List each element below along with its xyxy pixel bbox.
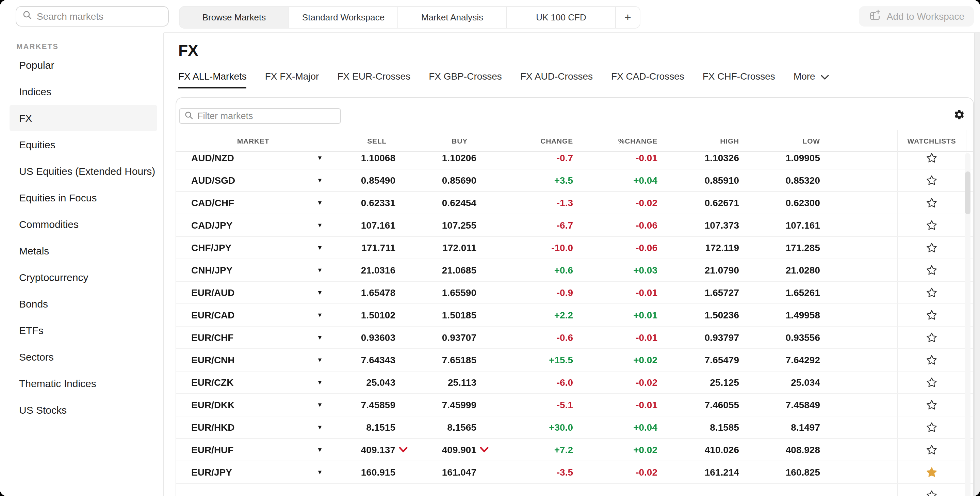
market-dropdown-icon[interactable]: ▼ xyxy=(310,267,330,273)
sell-price[interactable]: 0.85490 xyxy=(330,175,395,186)
workspace-tab-browse-markets[interactable]: Browse Markets xyxy=(180,7,288,28)
market-dropdown-icon[interactable]: ▼ xyxy=(310,155,330,161)
sidebar-item-us-equities-extended-hours[interactable]: US Equities (Extended Hours) xyxy=(0,158,163,184)
watchlist-toggle[interactable] xyxy=(897,192,966,214)
table-row[interactable]: EUR/JPY ▼ 160.915 161.047 -3.5 -0.02 161… xyxy=(176,461,973,484)
sidebar-item-commodities[interactable]: Commodities xyxy=(0,211,163,237)
table-row[interactable]: CAD/JPY ▼ 107.161 107.255 -6.7 -0.06 107… xyxy=(176,214,973,237)
buy-price[interactable]: 172.011 xyxy=(395,242,476,253)
sidebar-item-indices[interactable]: Indices xyxy=(0,78,163,105)
buy-price[interactable]: 107.255 xyxy=(395,220,476,231)
sell-price[interactable]: 7.64343 xyxy=(330,355,395,366)
buy-price[interactable]: 409.901 xyxy=(395,444,476,455)
watchlist-toggle[interactable] xyxy=(897,304,966,326)
buy-price[interactable]: 7.65185 xyxy=(395,355,476,366)
filter-markets-input[interactable] xyxy=(197,111,336,121)
table-scrollbar-thumb[interactable] xyxy=(965,172,970,214)
sell-price[interactable]: 0.93603 xyxy=(330,332,395,343)
table-row[interactable]: EUR/CAD ▼ 1.50102 1.50185 +2.2 +0.01 1.5… xyxy=(176,304,973,327)
sell-price[interactable]: 21.0316 xyxy=(330,265,395,275)
buy-price[interactable]: 161.047 xyxy=(395,467,476,478)
table-row[interactable]: EUR/AUD ▼ 1.65478 1.65590 -0.9 -0.01 1.6… xyxy=(176,282,973,304)
market-name[interactable]: CAD/CHF xyxy=(176,197,310,208)
table-row[interactable]: CNH/JPY ▼ 21.0316 21.0685 +0.6 +0.03 21.… xyxy=(176,259,973,282)
market-name[interactable]: EUR/AUD xyxy=(176,287,310,298)
workspace-tab-standard-workspace[interactable]: Standard Workspace xyxy=(288,7,398,28)
sidebar-item-metals[interactable]: Metals xyxy=(0,237,163,264)
sidebar-item-equities[interactable]: Equities xyxy=(0,131,163,158)
buy-price[interactable]: 1.10206 xyxy=(395,153,476,163)
table-row[interactable]: EUR/CNH ▼ 7.64343 7.65185 +15.5 +0.02 7.… xyxy=(176,349,973,372)
new-tab-button[interactable]: + xyxy=(615,7,640,28)
sell-price[interactable]: 0.62331 xyxy=(330,197,395,208)
table-row[interactable]: AUD/SGD ▼ 0.85490 0.85690 +3.5 +0.04 0.8… xyxy=(176,169,973,192)
buy-price[interactable]: 0.93707 xyxy=(395,332,476,343)
watchlist-toggle[interactable] xyxy=(897,259,966,281)
sell-price[interactable]: 107.161 xyxy=(330,220,395,231)
market-dropdown-icon[interactable]: ▼ xyxy=(310,222,330,228)
market-dropdown-icon[interactable]: ▼ xyxy=(310,469,330,475)
tab-fx-fx-major[interactable]: FX FX-Major xyxy=(265,71,319,89)
watchlist-toggle[interactable] xyxy=(897,394,966,416)
market-name[interactable]: CHF/JPY xyxy=(176,242,310,253)
table-row[interactable]: EUR/CZK ▼ 25.043 25.113 -6.0 -0.02 25.12… xyxy=(176,372,973,394)
sidebar-item-us-stocks[interactable]: US Stocks xyxy=(0,397,163,423)
sell-price[interactable]: 1.65478 xyxy=(330,287,395,298)
table-row[interactable]: EUR/CHF ▼ 0.93603 0.93707 -0.6 -0.01 0.9… xyxy=(176,327,973,349)
watchlist-toggle[interactable] xyxy=(897,484,966,496)
tab-fx-all-markets[interactable]: FX ALL-Markets xyxy=(178,71,247,89)
watchlist-toggle[interactable] xyxy=(897,439,966,461)
watchlist-toggle[interactable] xyxy=(897,417,966,438)
table-row[interactable]: AUD/NZD ▼ 1.10068 1.10206 -0.7 -0.01 1.1… xyxy=(176,147,973,169)
sidebar-item-equities-in-focus[interactable]: Equities in Focus xyxy=(0,184,163,211)
table-settings-button[interactable] xyxy=(952,109,966,122)
market-dropdown-icon[interactable]: ▼ xyxy=(310,177,330,183)
buy-price[interactable]: 1.65590 xyxy=(395,287,476,298)
sell-price[interactable]: 171.711 xyxy=(330,242,395,253)
watchlist-toggle[interactable] xyxy=(897,237,966,259)
market-dropdown-icon[interactable]: ▼ xyxy=(310,447,330,453)
buy-price[interactable]: 1.50185 xyxy=(395,310,476,321)
market-name[interactable]: EUR/HUF xyxy=(176,444,310,455)
workspace-tab-uk-100-cfd[interactable]: UK 100 CFD xyxy=(506,7,615,28)
workspace-tab-market-analysis[interactable]: Market Analysis xyxy=(398,7,506,28)
search-input[interactable] xyxy=(37,11,162,22)
table-row[interactable]: CAD/CHF ▼ 0.62331 0.62454 -1.3 -0.02 0.6… xyxy=(176,192,973,214)
tab-fx-cad-crosses[interactable]: FX CAD-Crosses xyxy=(611,71,684,89)
sidebar-item-etfs[interactable]: ETFs xyxy=(0,317,163,343)
sell-price[interactable]: 25.043 xyxy=(330,377,395,388)
sidebar-item-fx[interactable]: FX xyxy=(10,105,157,131)
market-dropdown-icon[interactable]: ▼ xyxy=(310,245,330,251)
market-dropdown-icon[interactable]: ▼ xyxy=(310,289,330,296)
sell-price[interactable]: 409.137 xyxy=(330,444,395,455)
table-row[interactable]: EUR/DKK ▼ 7.45859 7.45999 -5.1 -0.01 7.4… xyxy=(176,394,973,417)
sidebar-item-cryptocurrency[interactable]: Cryptocurrency xyxy=(0,264,163,291)
watchlist-toggle[interactable] xyxy=(897,327,966,348)
sell-price[interactable]: 8.1515 xyxy=(330,422,395,433)
market-name[interactable]: EUR/CHF xyxy=(176,332,310,343)
table-scrollbar-track[interactable] xyxy=(965,153,970,496)
market-dropdown-icon[interactable]: ▼ xyxy=(310,312,330,318)
tab-fx-gbp-crosses[interactable]: FX GBP-Crosses xyxy=(429,71,502,89)
market-name[interactable]: EUR/DKK xyxy=(176,399,310,410)
sidebar-item-popular[interactable]: Popular xyxy=(0,52,163,78)
sidebar-item-thematic-indices[interactable]: Thematic Indices xyxy=(0,370,163,397)
market-name[interactable]: EUR/CAD xyxy=(176,310,310,321)
market-name[interactable]: CNH/JPY xyxy=(176,265,310,275)
table-row[interactable]: EUR/HKD ▼ 8.1515 8.1565 +30.0 +0.04 8.15… xyxy=(176,417,973,439)
sidebar-item-sectors[interactable]: Sectors xyxy=(0,343,163,370)
market-dropdown-icon[interactable]: ▼ xyxy=(310,402,330,408)
tab-fx-aud-crosses[interactable]: FX AUD-Crosses xyxy=(520,71,593,89)
watchlist-toggle[interactable] xyxy=(897,282,966,304)
market-dropdown-icon[interactable]: ▼ xyxy=(310,379,330,385)
sell-price[interactable]: 160.915 xyxy=(330,467,395,478)
tab-fx-chf-crosses[interactable]: FX CHF-Crosses xyxy=(703,71,775,89)
buy-price[interactable]: 8.1565 xyxy=(395,422,476,433)
sell-price[interactable]: 1.50102 xyxy=(330,310,395,321)
market-dropdown-icon[interactable]: ▼ xyxy=(310,200,330,206)
watchlist-toggle[interactable] xyxy=(897,214,966,236)
sell-price[interactable]: 7.45859 xyxy=(330,399,395,410)
market-dropdown-icon[interactable]: ▼ xyxy=(310,334,330,340)
table-row[interactable]: EUR/HUF ▼ 409.137 409.901 +7.2 +0.02 410… xyxy=(176,439,973,461)
market-name[interactable]: CAD/JPY xyxy=(176,220,310,231)
